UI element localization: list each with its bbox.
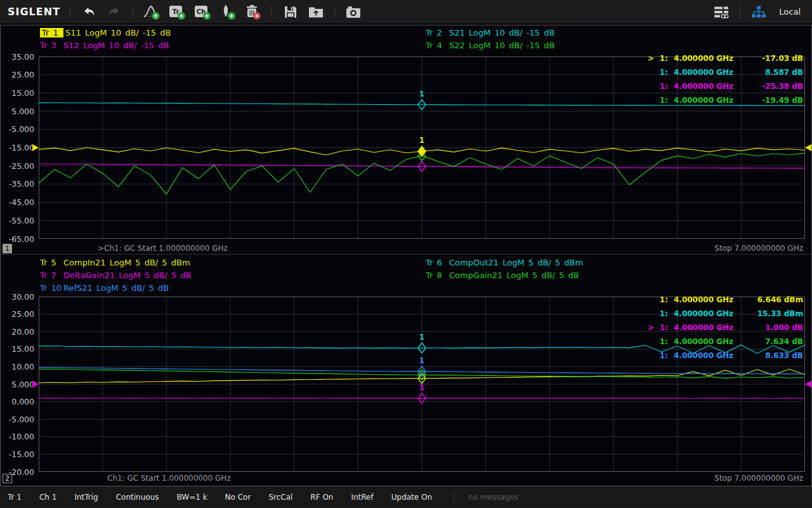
trace-label-tr2[interactable]: Tr 2S21 LogM 10 dB/ -15 dB	[426, 28, 554, 37]
mk-freq: 4.000000 GHz	[674, 351, 745, 360]
add-measurement-button[interactable]	[141, 3, 162, 22]
marker-number: 1	[419, 333, 424, 342]
y-axis-tick: 5.000	[11, 380, 34, 389]
marker-readout-row: 1:4.000000 GHz8.587 dB	[632, 65, 803, 79]
statusbar-item-inttrig[interactable]: IntTrig	[74, 493, 98, 502]
trace-label-tr5[interactable]: Tr 5CompIn21 LogM 5 dB/ 5 dBm	[40, 258, 190, 267]
y-axis-tick: 25.00	[11, 309, 34, 319]
save-button[interactable]	[280, 3, 301, 22]
display-area: Tr 1S11 LogM 10 dB/ -15 dBTr 3S12 LogM 1…	[0, 25, 812, 486]
mk-num: 1:	[654, 337, 668, 346]
trace-id[interactable]: Tr 5	[40, 258, 63, 267]
system-setup-button[interactable]	[711, 3, 731, 22]
delete-button[interactable]	[243, 3, 263, 22]
channel-2-number-box[interactable]: 2	[3, 474, 12, 483]
channel-1-status-line: 1 >Ch1: GC Start 1.000000000 GHz Stop 7.…	[1, 243, 811, 254]
statusbar-item-srccal[interactable]: SrcCal	[268, 493, 292, 502]
statusbar-item-continuous[interactable]: Continuous	[116, 493, 159, 502]
add-trace-icon: Tr	[168, 4, 186, 20]
open-recall-button[interactable]	[306, 3, 326, 22]
trace-format: CompOut21 LogM 5 dB/ 5 dBm	[449, 258, 583, 267]
y-axis-tick: -15.00	[9, 450, 34, 459]
channel-2-status-line: 2 Ch1: GC Start 1.000000000 GHz Stop 7.0…	[1, 473, 811, 484]
mk-freq: 4.000000 GHz	[674, 309, 745, 318]
add-measurement-icon	[143, 4, 160, 20]
reference-level-arrow-left[interactable]	[32, 144, 39, 151]
mk-num: 1:	[654, 323, 668, 332]
marker-readout-row: 1:4.000000 GHz8.633 dB	[632, 349, 803, 363]
trace-id[interactable]: Tr 2	[426, 28, 449, 37]
trace-id[interactable]: Tr 1	[40, 28, 63, 37]
trace-label-tr3[interactable]: Tr 3S12 LogM 10 dB/ -15 dB	[40, 41, 169, 50]
trace-id[interactable]: Tr 3	[40, 41, 63, 50]
channel-2-window[interactable]: Tr 5CompIn21 LogM 5 dB/ 5 dBmTr 7DeltaGa…	[1, 255, 811, 486]
toolbar-divider	[70, 5, 70, 19]
marker-number: 1	[419, 383, 424, 392]
add-marker-button[interactable]	[218, 3, 238, 22]
trace-id[interactable]: Tr 6	[426, 258, 449, 267]
redo-button[interactable]	[104, 3, 124, 22]
trace-label-tr10[interactable]: Tr 10RefS21 LogM 5 dB/ 5 dB	[40, 283, 169, 293]
camera-icon	[345, 5, 362, 19]
local-button[interactable]: Local	[779, 7, 801, 17]
mk-freq: 4.000000 GHz	[674, 323, 745, 332]
status-bar-items: Tr 1Ch 1IntTrigContinuousBW=1 kNo CorSrc…	[8, 493, 450, 502]
trace-label-tr4[interactable]: Tr 4S22 LogM 10 dB/ -15 dB	[426, 41, 554, 50]
mk-num: 1:	[654, 295, 668, 304]
trace-id[interactable]: Tr 7	[40, 271, 63, 280]
marker-readout-row: 1:4.000000 GHz6.646 dBm	[632, 293, 803, 307]
screenshot-button[interactable]	[343, 3, 363, 22]
trace-format: S22 LogM 10 dB/ -15 dB	[449, 41, 554, 50]
y-axis-tick: 35.00	[11, 52, 34, 62]
y-axis-tick: -45.00	[9, 197, 34, 207]
trace-format: RefS21 LogM 5 dB/ 5 dB	[63, 283, 169, 293]
status-bar-divider	[454, 492, 454, 502]
trace-label-tr1[interactable]: Tr 1S11 LogM 10 dB/ -15 dB	[40, 28, 171, 37]
channel-1-number-box[interactable]: 1	[3, 244, 12, 253]
mk-pre: >	[645, 54, 654, 63]
trace-id[interactable]: Tr 4	[426, 41, 449, 50]
trace-label-tr7[interactable]: Tr 7DeltaGain21 LogM 5 dB/ 5 dB	[40, 271, 191, 280]
statusbar-item-intref[interactable]: IntRef	[351, 493, 373, 502]
trace-id[interactable]: Tr 10	[40, 283, 63, 293]
mk-val: -25.38 dB	[745, 82, 803, 91]
channel-1-window[interactable]: Tr 1S11 LogM 10 dB/ -15 dBTr 3S12 LogM 1…	[1, 25, 811, 255]
mk-num: 1:	[654, 54, 668, 63]
statusbar-item-tr-1[interactable]: Tr 1	[8, 493, 22, 502]
undo-icon	[82, 6, 96, 18]
statusbar-item-update-on[interactable]: Update On	[391, 493, 432, 502]
statusbar-item-no-cor[interactable]: No Cor	[225, 493, 251, 502]
toolbar-divider	[334, 5, 335, 19]
mk-val: 15.33 dBm	[745, 309, 803, 318]
undo-button[interactable]	[79, 3, 99, 22]
network-lan-icon	[751, 5, 766, 19]
mk-num: 1:	[654, 309, 668, 318]
y-axis-tick: 20.00	[11, 327, 34, 337]
marker-number: 1	[419, 90, 424, 98]
statusbar-item-bw-1-k[interactable]: BW=1 k	[176, 493, 207, 502]
toolbar-divider	[740, 5, 740, 19]
trace-label-tr8[interactable]: Tr 8CompGain21 LogM 5 dB/ 5 dB	[426, 271, 579, 280]
marker-readout-row: 1:4.000000 GHz15.33 dBm	[632, 307, 803, 321]
y-axis-tick: 15.00	[11, 344, 34, 354]
trace-label-tr6[interactable]: Tr 6CompOut21 LogM 5 dB/ 5 dBm	[426, 258, 583, 267]
add-channel-button[interactable]: Ch	[192, 3, 213, 22]
statusbar-item-ch-1[interactable]: Ch 1	[39, 493, 56, 502]
y-axis-tick: -35.00	[9, 179, 34, 189]
statusbar-item-rf-on[interactable]: RF On	[310, 493, 333, 502]
marker-readout-row: 1:4.000000 GHz7.634 dB	[632, 335, 803, 349]
trace-id[interactable]: Tr 8	[426, 271, 449, 280]
add-trace-button[interactable]: Tr	[167, 3, 187, 22]
reference-level-arrow-left[interactable]	[32, 381, 39, 388]
reference-level-arrow-right[interactable]	[805, 144, 811, 151]
y-axis-tick: -55.00	[9, 216, 34, 225]
status-bar-message: no messages	[468, 493, 518, 502]
reference-level-arrow-right[interactable]	[805, 381, 811, 388]
trace-format: S21 LogM 10 dB/ -15 dB	[449, 28, 554, 37]
network-button[interactable]	[749, 3, 769, 22]
y-axis-tick: -5.000	[9, 415, 34, 424]
open-folder-icon	[308, 5, 324, 19]
y-axis-tick: 5.000	[11, 107, 34, 116]
toolbar: SIGLENT Tr	[0, 0, 812, 23]
redo-icon	[107, 6, 121, 18]
